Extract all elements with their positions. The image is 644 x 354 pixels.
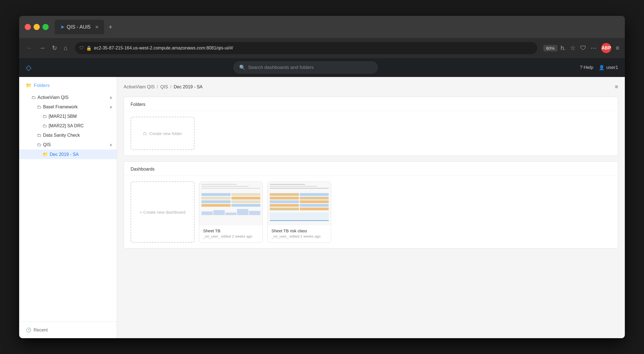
minimize-button[interactable] (34, 24, 40, 30)
dashboard-thumbnail-1 (199, 182, 263, 225)
breadcrumb-qis[interactable]: QIS (160, 84, 168, 89)
breadcrumb-path: ActiveViam QIS / QIS / Dec 2019 - SA (124, 84, 203, 89)
dashboard-card-sheet-tb-risk[interactable]: Sheet TB risk class _no_user_ edited 2 w… (267, 181, 331, 243)
close-button[interactable] (25, 24, 31, 30)
breadcrumb: ActiveViam QIS / QIS / Dec 2019 - SA ≡ (124, 84, 618, 90)
url-text: ec2-35-87-215-164.us-west-2.compute.amaz… (94, 46, 533, 51)
dashboards-section-title: Dashboards (124, 162, 618, 176)
traffic-lights (25, 24, 49, 30)
search-placeholder: Search dashboards and folders (248, 65, 314, 70)
shield-nav-icon: 🛡 (580, 44, 586, 52)
sidebar-item-dec2019-sa[interactable]: 📁 Dec 2019 - SA (19, 149, 117, 159)
fullscreen-button[interactable] (43, 24, 49, 30)
content-area: ActiveViam QIS / QIS / Dec 2019 - SA ≡ F… (117, 77, 625, 338)
folder-icon: 🗀 (31, 95, 36, 100)
lock-icon: 🔒 (86, 46, 92, 51)
sidebar-item-basel-framework[interactable]: 🗀 Basel Framework ∧ (19, 102, 117, 112)
sidebar-item-label: [MAR21] SBM (49, 114, 77, 119)
dashboard-card-sheet-tb[interactable]: Sheet TB _no_user_ edited 2 weeks ago (199, 181, 263, 243)
sidebar-item-activeviam-qis[interactable]: 🗀 ActiveViam QIS ∧ (19, 93, 117, 102)
folder-icon: 📁 (26, 83, 32, 88)
folder-add-icon: 🗀 (143, 131, 147, 136)
sidebar-item-mar21-sbm[interactable]: 🗀 [MAR21] SBM (19, 112, 117, 121)
create-dashboard-label: + Create new dashboard (140, 210, 186, 215)
active-tab[interactable]: ➤ QIS - AUI5 ✕ (55, 20, 104, 34)
create-folder-button[interactable]: 🗀 Create new folder (131, 117, 194, 150)
help-label: Help (584, 65, 593, 70)
user-icon: 👤 (599, 65, 605, 71)
title-bar: ➤ QIS - AUI5 ✕ + (19, 16, 625, 38)
zoom-level: 80% (543, 45, 557, 51)
sidebar-tree: 🗀 ActiveViam QIS ∧ 🗀 Basel Framework ∧ 🗀… (19, 92, 117, 160)
recent-label: Recent (34, 328, 48, 333)
sidebar-item-qis[interactable]: 🗀 QIS ∧ (19, 140, 117, 149)
sidebar-item-label: [MAR22] SA DRC (49, 123, 84, 128)
app-logo: ◇ (26, 63, 31, 72)
create-dashboard-button[interactable]: + Create new dashboard (131, 181, 194, 243)
sidebar: 📁 Folders 🗀 ActiveViam QIS ∧ 🗀 Basel Fra… (19, 77, 117, 338)
folders-section-content: 🗀 Create new folder (124, 111, 618, 156)
h-shortcut: h. (561, 44, 566, 52)
create-folder-label: Create new folder (149, 131, 182, 136)
dashboards-section-content: + Create new dashboard (124, 176, 618, 248)
user-button[interactable]: 👤 user1 (599, 65, 618, 71)
sidebar-item-label: Dec 2019 - SA (50, 152, 79, 157)
back-button[interactable]: ← (25, 43, 34, 53)
user-label: user1 (606, 65, 618, 70)
search-bar[interactable]: 🔍 Search dashboards and folders (233, 61, 378, 74)
folders-section: Folders 🗀 Create new folder (124, 97, 618, 156)
breadcrumb-activeviam[interactable]: ActiveViam QIS (124, 84, 155, 89)
sidebar-item-label: QIS (43, 142, 51, 147)
nav-bar: ← → ↻ ⌂ 🛡 🔒 ec2-35-87-215-164.us-west-2.… (19, 38, 625, 58)
help-button[interactable]: ? Help (580, 65, 593, 70)
breadcrumb-current: Dec 2019 - SA (174, 84, 203, 89)
dashboard-thumbnail-2 (268, 182, 331, 225)
folders-label: Folders (34, 83, 50, 88)
list-view-icon[interactable]: ≡ (615, 84, 618, 90)
clock-icon: 🕐 (26, 327, 31, 333)
sidebar-recent[interactable]: 🕐 Recent (19, 321, 117, 338)
tab-close-icon[interactable]: ✕ (95, 24, 99, 30)
search-icon: 🔍 (239, 64, 245, 71)
main-area: 📁 Folders 🗀 ActiveViam QIS ∧ 🗀 Basel Fra… (19, 77, 625, 338)
sidebar-item-label: ActiveViam QIS (38, 95, 69, 100)
dashboard-meta-2: _no_user_ edited 2 weeks ago (271, 234, 327, 238)
user-avatar[interactable]: ABP (601, 43, 611, 53)
folder-icon-active: 📁 (43, 152, 48, 157)
sidebar-item-label: Data Sanity Check (43, 133, 80, 138)
sidebar-item-label: Basel Framework (43, 104, 78, 109)
sidebar-item-data-sanity-check[interactable]: 🗀 Data Sanity Check (19, 131, 117, 140)
hamburger-icon[interactable]: ≡ (616, 44, 619, 52)
menu-dots-icon[interactable]: ⋯ (591, 44, 597, 52)
app-bar: ◇ 🔍 Search dashboards and folders ? Help… (19, 58, 625, 77)
chevron-up-icon: ∧ (109, 95, 112, 100)
dashboard-name-2: Sheet TB risk class (271, 228, 327, 233)
home-button[interactable]: ⌂ (62, 43, 69, 53)
help-icon: ? (580, 65, 582, 70)
folder-icon: 🗀 (37, 133, 41, 138)
nav-right-icons: h. ☆ 🛡 ⋯ ABP ≡ (561, 43, 619, 53)
tab-title: QIS - AUI5 (67, 24, 91, 30)
folder-icon: 🗀 (43, 123, 47, 128)
bookmark-icon[interactable]: ☆ (570, 44, 576, 52)
tab-area: ➤ QIS - AUI5 ✕ + (55, 20, 115, 34)
sidebar-item-mar22-sa-drc[interactable]: 🗀 [MAR22] SA DRC (19, 121, 117, 131)
dashboard-info-1: Sheet TB _no_user_ edited 2 weeks ago (199, 225, 263, 242)
chevron-up-icon: ∧ (109, 105, 112, 109)
folder-icon: 🗀 (37, 142, 41, 147)
sidebar-folders-header: 📁 Folders (19, 77, 117, 92)
breadcrumb-sep-2: / (170, 84, 171, 89)
dashboard-meta-1: _no_user_ edited 2 weeks ago (203, 234, 259, 238)
url-bar[interactable]: 🛡 🔒 ec2-35-87-215-164.us-west-2.compute.… (75, 42, 537, 54)
dashboard-name-1: Sheet TB (203, 228, 259, 233)
reload-button[interactable]: ↻ (50, 43, 59, 53)
forward-button[interactable]: → (38, 43, 47, 53)
url-value: ec2-35-87-215-164.us-west-2.compute.amaz… (94, 46, 233, 50)
new-tab-button[interactable]: + (106, 22, 115, 32)
dashboards-section: Dashboards + Create new dashboard (124, 161, 618, 248)
folder-icon: 🗀 (43, 114, 47, 119)
shield-icon: 🛡 (79, 46, 84, 51)
chevron-up-icon: ∧ (109, 143, 112, 147)
folder-icon: 🗀 (37, 104, 41, 109)
dashboard-info-2: Sheet TB risk class _no_user_ edited 2 w… (268, 225, 331, 242)
